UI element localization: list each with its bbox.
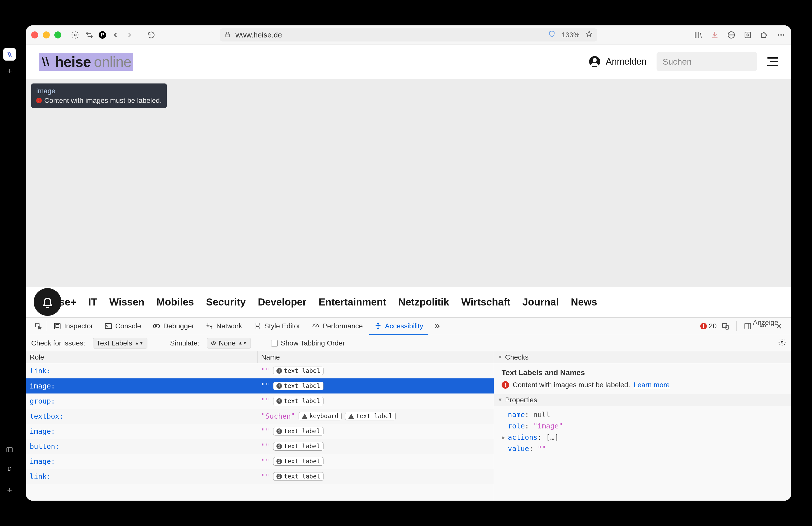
row-name: ""itext label xyxy=(258,397,494,405)
row-name: ""itext label xyxy=(258,382,494,390)
badge-text-label: itext label xyxy=(273,472,324,481)
col-role[interactable]: Role xyxy=(26,351,258,363)
tree-row[interactable]: image:""itext label xyxy=(26,378,494,394)
tab-performance[interactable]: Performance xyxy=(307,317,368,335)
tab-accessibility[interactable]: Accessibility xyxy=(369,318,428,335)
nav-item-wissen[interactable]: Wissen xyxy=(110,296,145,308)
notifications-button[interactable] xyxy=(34,288,61,316)
badge-text-label: itext label xyxy=(273,457,324,466)
bookmark-star-icon[interactable] xyxy=(585,30,593,39)
nav-item-news[interactable]: News xyxy=(571,296,597,308)
zoom-level[interactable]: 133% xyxy=(562,31,580,39)
tree-row[interactable]: image:""itext label xyxy=(26,424,494,439)
nav-item-netzpolitik[interactable]: Netzpolitik xyxy=(398,296,449,308)
download-icon[interactable] xyxy=(710,30,720,40)
tree-row[interactable]: textbox:"Suchen"keyboardtext label xyxy=(26,409,494,424)
row-role: link: xyxy=(26,472,258,481)
url-bar[interactable]: www.heise.de 133% xyxy=(220,28,597,42)
check-issues-select[interactable]: Text Labels ▲▼ xyxy=(93,338,147,349)
window-minimize[interactable] xyxy=(43,31,50,39)
tree-row[interactable]: image:""itext label xyxy=(26,454,494,469)
checks-header[interactable]: ▼Checks xyxy=(494,351,791,363)
site-logo[interactable]: heise online xyxy=(39,53,133,71)
tab-network[interactable]: Network xyxy=(201,317,247,335)
row-role: textbox: xyxy=(26,412,258,420)
login-button[interactable]: Anmelden xyxy=(589,56,647,68)
badge-text-label: text label xyxy=(345,412,396,420)
pick-element-icon[interactable] xyxy=(34,322,43,331)
prop-actions: ▸actions: […] xyxy=(502,432,783,443)
row-role: group: xyxy=(26,397,258,405)
a11y-settings-icon[interactable] xyxy=(778,338,786,348)
sidebar-letter-d[interactable]: D xyxy=(8,466,12,472)
tooltip-role: image xyxy=(36,87,162,95)
tree-row[interactable]: button:""itext label xyxy=(26,439,494,454)
sidebar-add[interactable]: + xyxy=(7,485,12,495)
tree-row[interactable]: group:""itext label xyxy=(26,394,494,409)
logo-slash-icon xyxy=(41,56,52,67)
svg-point-27 xyxy=(781,341,783,343)
menu-button[interactable] xyxy=(767,57,778,66)
sidebar-tab-active[interactable] xyxy=(3,48,16,61)
nav-item-entertainment[interactable]: Entertainment xyxy=(318,296,386,308)
row-name: "Suchen"keyboardtext label xyxy=(258,412,494,420)
simulate-select[interactable]: None ▲▼ xyxy=(207,338,251,349)
row-name: ""itext label xyxy=(258,457,494,466)
a11y-tooltip: image !Content with images must be label… xyxy=(31,84,167,108)
responsive-icon[interactable] xyxy=(721,322,730,331)
tab-inspector[interactable]: Inspector xyxy=(48,317,98,335)
nav-item-mobiles[interactable]: Mobiles xyxy=(157,296,194,308)
swap-icon[interactable] xyxy=(85,30,94,40)
search-box[interactable] xyxy=(656,52,757,71)
puzzle-icon[interactable] xyxy=(760,30,769,40)
reload-icon[interactable] xyxy=(146,30,156,40)
nav-item-security[interactable]: Security xyxy=(206,296,246,308)
tree-row[interactable]: link:""itext label xyxy=(26,363,494,378)
tab-style-editor[interactable]: Style Editor xyxy=(249,317,305,335)
row-role: image: xyxy=(26,457,258,466)
shield-icon[interactable] xyxy=(548,30,555,39)
svg-rect-3 xyxy=(226,34,229,37)
window-close[interactable] xyxy=(31,31,38,39)
error-count[interactable]: !20 xyxy=(700,322,717,330)
profile-icon[interactable]: P xyxy=(99,31,106,39)
library-icon[interactable] xyxy=(693,30,703,40)
nav-item-it[interactable]: IT xyxy=(88,296,97,308)
nav-item-developer[interactable]: Developer xyxy=(258,296,306,308)
overflow-menu-icon[interactable] xyxy=(776,30,786,40)
tabbing-order-checkbox[interactable]: Show Tabbing Order xyxy=(271,339,345,347)
svg-point-6 xyxy=(747,34,749,36)
tree-row[interactable]: link:""itext label xyxy=(26,469,494,484)
search-input[interactable] xyxy=(663,57,769,67)
tooltip-message: Content with images must be labeled. xyxy=(44,97,162,105)
tab-console[interactable]: Console xyxy=(100,317,146,335)
nav-back-icon[interactable] xyxy=(111,30,120,40)
a11y-tree[interactable]: link:""itext labelimage:""itext labelgro… xyxy=(26,363,494,501)
prop-value: ▸value: "" xyxy=(502,443,783,454)
badge-text-label: itext label xyxy=(273,427,324,436)
svg-point-11 xyxy=(593,58,597,62)
extension-icon-1[interactable] xyxy=(726,30,736,40)
dock-icon[interactable] xyxy=(743,322,752,331)
check-issues-label: Check for issues: xyxy=(31,339,85,347)
sidebar-new-tab[interactable]: + xyxy=(7,66,12,76)
col-name[interactable]: Name xyxy=(258,351,494,363)
svg-point-18 xyxy=(378,323,379,324)
badge-text-label: itext label xyxy=(273,382,324,390)
site-nav: ise+ IT Wissen Mobiles Security Develope… xyxy=(26,287,791,317)
lock-icon xyxy=(224,31,231,39)
nav-item-journal[interactable]: Journal xyxy=(522,296,559,308)
nav-forward-icon[interactable] xyxy=(125,30,134,40)
tab-debugger[interactable]: Debugger xyxy=(148,317,199,335)
tabs-overflow-icon[interactable] xyxy=(432,322,441,331)
row-role: image: xyxy=(26,382,258,390)
properties-header[interactable]: ▼Properties xyxy=(494,394,791,406)
a11y-toolbar: Check for issues: Text Labels ▲▼ Simulat… xyxy=(26,335,791,351)
extension-icon-2[interactable] xyxy=(743,30,753,40)
site-header: heise online image !Content with images … xyxy=(26,44,791,79)
window-maximize[interactable] xyxy=(54,31,61,39)
nav-item-wirtschaft[interactable]: Wirtschaft xyxy=(461,296,510,308)
sidebar-panel-icon[interactable] xyxy=(6,446,13,455)
learn-more-link[interactable]: Learn more xyxy=(634,381,670,389)
gear-icon[interactable] xyxy=(70,30,80,40)
